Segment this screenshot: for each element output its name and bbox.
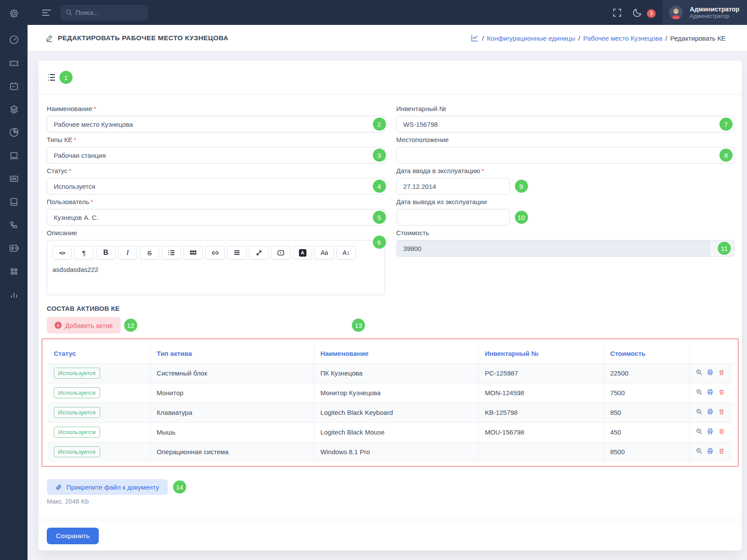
view-history-icon[interactable] <box>696 389 702 397</box>
table-row: Используется Мышь Logitech Black Mouse M… <box>48 422 733 442</box>
save-button[interactable]: Сохранить <box>47 528 99 544</box>
fullscreen-expand-button[interactable] <box>249 246 268 260</box>
tour-badge-12[interactable]: 12 <box>124 319 137 332</box>
ci-type-input[interactable]: Рабочая станция 3 <box>47 147 385 163</box>
col-header-name[interactable]: Наименование <box>314 344 479 363</box>
col-header-inventory[interactable]: Инвентарный № <box>479 344 604 363</box>
paragraph-button[interactable]: ¶ <box>74 246 94 260</box>
view-history-icon[interactable] <box>696 369 702 377</box>
print-icon[interactable] <box>707 408 713 417</box>
assets-section-title: СОСТАВ АКТИВОВ КЕ <box>47 305 734 312</box>
name-input[interactable]: Рабочее место Кузнецова 2 <box>47 116 385 132</box>
settings-gear-icon[interactable] <box>9 8 19 19</box>
tour-badge-14[interactable]: 14 <box>173 480 186 494</box>
avatar <box>669 6 683 19</box>
print-icon[interactable] <box>707 448 713 456</box>
user-name: Администратор <box>690 5 740 13</box>
description-editor[interactable]: 6 <> ¶ B I S <box>47 240 385 295</box>
font-size-button[interactable]: A↕ <box>337 246 356 260</box>
status-input[interactable]: Используется 4 <box>47 178 385 195</box>
tour-badge-6[interactable]: 6 <box>373 236 386 249</box>
breadcrumb: / Конфигурационные единицы / Рабочее мес… <box>470 34 726 42</box>
view-history-icon[interactable] <box>696 428 702 436</box>
calendar-icon[interactable] <box>9 81 19 91</box>
page-title-bar: РЕДАКТИРОВАТЬ РАБОЧЕЕ МЕСТО КУЗНЕЦОВА / … <box>28 25 747 51</box>
notification-count-badge: 3 <box>647 9 656 18</box>
attach-file-button[interactable]: Прикрепите файл к документу <box>47 479 168 495</box>
unordered-list-button[interactable] <box>162 246 181 260</box>
tour-badge-11[interactable]: 11 <box>718 242 731 255</box>
tour-badge-4[interactable]: 4 <box>373 180 386 193</box>
view-history-icon[interactable] <box>696 448 702 456</box>
user-input[interactable]: Кузнецов А. С. 5 <box>47 209 385 226</box>
address-card-icon[interactable] <box>9 243 19 254</box>
description-text[interactable]: asdsdasdas222 <box>52 266 379 273</box>
pie-chart-icon[interactable] <box>9 127 19 138</box>
laptop-icon[interactable] <box>9 150 19 161</box>
field-status: Статус* Используется 4 <box>47 167 385 195</box>
tour-badge-2[interactable]: 2 <box>373 118 386 131</box>
view-history-icon[interactable] <box>696 408 702 417</box>
table-button[interactable] <box>184 246 203 260</box>
bold-button[interactable]: B <box>96 246 115 260</box>
add-asset-button[interactable]: + Добавить актив <box>47 317 121 334</box>
book-icon[interactable] <box>9 197 19 207</box>
delete-icon[interactable] <box>718 369 725 377</box>
breadcrumb-link-config-units[interactable]: Конфигурационные единицы <box>487 35 575 42</box>
apps-grid-icon[interactable] <box>9 266 19 277</box>
tour-badge-5[interactable]: 5 <box>373 211 386 224</box>
print-icon[interactable] <box>707 389 713 397</box>
list-icon[interactable] <box>47 73 56 82</box>
date-end-input[interactable] <box>396 209 510 226</box>
search-input[interactable]: Поиск... <box>60 5 148 21</box>
col-header-type[interactable]: Тип актива <box>150 344 314 363</box>
italic-button[interactable]: I <box>118 246 137 260</box>
delete-icon[interactable] <box>718 408 725 417</box>
strikethrough-button[interactable]: S <box>140 246 159 260</box>
video-button[interactable] <box>271 246 290 260</box>
delete-icon[interactable] <box>718 389 725 397</box>
topbar: Поиск... 3 Администратор Администратор <box>28 0 747 25</box>
align-button[interactable] <box>227 246 247 260</box>
delete-icon[interactable] <box>718 448 725 456</box>
col-header-status[interactable]: Статус <box>48 344 150 363</box>
barcode-icon[interactable] <box>9 174 19 184</box>
layers-icon[interactable] <box>9 104 19 115</box>
status-badge: Используется <box>54 368 100 379</box>
text-color-button[interactable]: A <box>293 246 312 260</box>
inventory-input[interactable]: WS-156798 7 <box>396 116 735 132</box>
print-icon[interactable] <box>707 428 713 436</box>
tour-badge-8[interactable]: 8 <box>719 149 733 162</box>
ticket-icon[interactable] <box>9 58 19 68</box>
link-button[interactable] <box>205 246 225 260</box>
dashboard-icon[interactable] <box>9 35 19 45</box>
bar-chart-icon[interactable] <box>9 289 19 300</box>
tour-badge-3[interactable]: 3 <box>373 149 386 162</box>
code-view-button[interactable]: <> <box>52 246 72 260</box>
menu-toggle-button[interactable] <box>42 10 52 16</box>
tour-badge-9[interactable]: 9 <box>515 180 528 193</box>
attachment-size-hint: Макс. 2048 Kb <box>47 498 734 505</box>
dark-mode-moon-icon[interactable] <box>632 7 643 18</box>
col-header-cost[interactable]: Стоимость <box>604 344 689 363</box>
tour-badge-1[interactable]: 1 <box>59 71 73 84</box>
status-badge: Используется <box>54 427 100 438</box>
tour-badge-13[interactable]: 13 <box>352 319 365 332</box>
user-menu[interactable]: Администратор Администратор <box>663 0 747 25</box>
breadcrumb-link-workplace[interactable]: Рабочее место Кузнецова <box>583 35 662 42</box>
phone-icon[interactable] <box>9 220 19 230</box>
tour-badge-7[interactable]: 7 <box>719 118 733 131</box>
chart-icon[interactable] <box>470 34 479 42</box>
print-icon[interactable] <box>707 369 713 377</box>
user-role: Администратор <box>690 13 740 20</box>
status-badge: Используется <box>54 387 100 398</box>
delete-icon[interactable] <box>718 428 725 436</box>
edit-form-card: 1 Наименование* Рабочее место Кузнецова … <box>38 61 742 550</box>
location-input[interactable]: 8 <box>396 147 735 163</box>
field-description: Описание 6 <> ¶ B I S <box>47 229 385 295</box>
date-start-input[interactable]: 27.12.2014 <box>396 178 510 195</box>
fullscreen-icon[interactable] <box>612 7 622 18</box>
tour-badge-10[interactable]: 10 <box>515 211 528 224</box>
cost-input[interactable]: 39800 ₽ 11 <box>396 240 735 257</box>
font-family-button[interactable]: Aa <box>315 246 334 260</box>
